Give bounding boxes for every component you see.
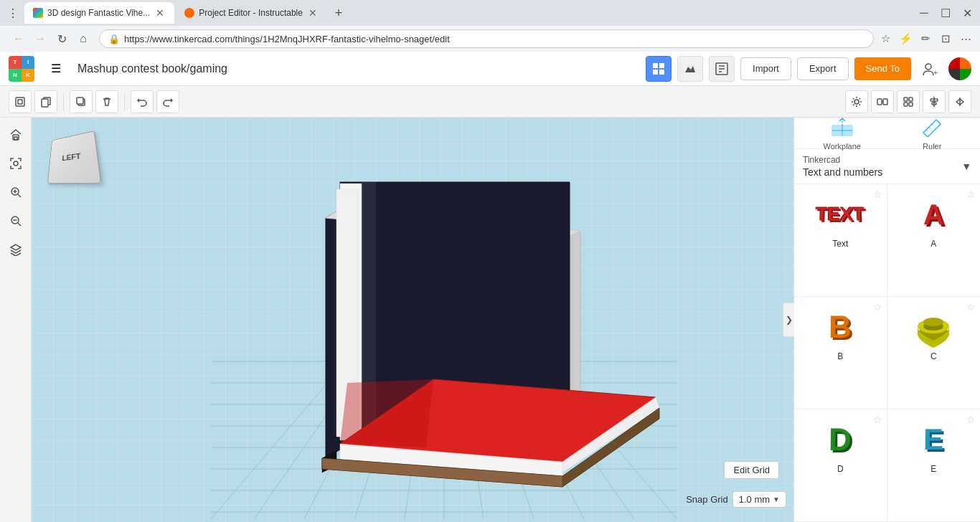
- shape-d-3d-label: D: [829, 422, 852, 457]
- zoom-out-button[interactable]: [4, 209, 27, 232]
- shape-d-star[interactable]: ☆: [873, 414, 882, 425]
- maximize-button[interactable]: ☐: [936, 3, 956, 23]
- snap-dropdown-arrow: ▼: [773, 495, 780, 503]
- logo-t: T: [9, 56, 22, 69]
- workplane-icon: [829, 118, 855, 141]
- shape-e-star[interactable]: ☆: [966, 414, 976, 425]
- shape-a-star[interactable]: ☆: [966, 189, 976, 200]
- redo-button[interactable]: [156, 90, 179, 113]
- send-to-button[interactable]: Send To: [854, 57, 911, 80]
- close-window-button[interactable]: ✕: [957, 3, 977, 23]
- svg-line-82: [932, 124, 933, 125]
- workplane-button[interactable]: Workplane: [800, 118, 885, 153]
- snap-value-container[interactable]: 1.0 mm ▼: [732, 491, 786, 508]
- pen-icon[interactable]: ✏: [917, 30, 934, 47]
- tab-close-instructables[interactable]: ✕: [307, 7, 319, 19]
- user-avatar[interactable]: [948, 57, 971, 80]
- svg-line-80: [926, 130, 928, 131]
- shape-a-label: A: [930, 239, 936, 249]
- shape-e[interactable]: ☆ E E: [887, 409, 981, 522]
- frame-button[interactable]: [9, 90, 32, 113]
- shape-a-3d-label: A: [923, 199, 944, 230]
- export-view-button[interactable]: [709, 56, 735, 82]
- svg-rect-21: [877, 99, 882, 105]
- import-button[interactable]: Import: [740, 57, 791, 80]
- logo-i: I: [22, 56, 34, 69]
- toolbar-right: [845, 90, 971, 113]
- grid-view-button[interactable]: [646, 56, 672, 82]
- shape-c-image: [905, 305, 962, 348]
- tab-close-tinkercad[interactable]: ✕: [154, 7, 166, 19]
- group-button[interactable]: [871, 90, 894, 113]
- svg-marker-70: [340, 379, 433, 447]
- shape-c[interactable]: ☆ C: [887, 297, 981, 409]
- new-tab-button[interactable]: +: [329, 3, 349, 23]
- refresh-button[interactable]: ↻: [52, 29, 72, 49]
- shape-text-3d-label: TEXT: [816, 204, 865, 226]
- layers-button[interactable]: [4, 238, 27, 261]
- undo-button[interactable]: [131, 90, 154, 113]
- shape-a-image: A: [905, 193, 962, 236]
- viewport[interactable]: LEFT: [32, 118, 793, 522]
- nav-icons: ← → ↻ ⌂: [6, 29, 96, 49]
- shape-b-star[interactable]: ☆: [873, 301, 882, 313]
- shape-b-label: B: [837, 351, 843, 361]
- ruler-button[interactable]: Ruler: [890, 118, 975, 153]
- svg-line-37: [18, 194, 21, 197]
- shape-b-image: B: [811, 305, 869, 348]
- cube-label: LEFT: [62, 152, 80, 163]
- svg-line-18: [859, 104, 861, 105]
- export-button[interactable]: Export: [797, 57, 849, 80]
- build-view-button[interactable]: [677, 56, 703, 82]
- tab-list-button[interactable]: ⋮: [3, 3, 23, 23]
- more-icon[interactable]: ⋯: [957, 30, 974, 47]
- tinkercad-logo[interactable]: T I N K: [9, 56, 34, 82]
- tab-instructables[interactable]: Project Editor - Instructable ✕: [176, 2, 327, 24]
- shape-d-image: D: [811, 418, 869, 461]
- url-bar[interactable]: 🔒 https://www.tinkercad.com/things/1H2Mn…: [99, 29, 874, 48]
- home-view-button[interactable]: [4, 123, 27, 146]
- menu-button[interactable]: ☰: [43, 56, 69, 82]
- toolbar-separator-2: [124, 93, 125, 110]
- home-button[interactable]: ⌂: [73, 29, 93, 49]
- svg-rect-7: [16, 98, 24, 106]
- delete-button[interactable]: [95, 90, 118, 113]
- forward-button[interactable]: →: [30, 29, 50, 49]
- svg-text:+: +: [933, 69, 938, 77]
- svg-rect-1: [659, 63, 664, 68]
- flip-button[interactable]: [948, 90, 971, 113]
- shape-text-star[interactable]: ☆: [873, 189, 882, 200]
- browser-action-icons: ☆ ⚡ ✏ ⊡ ⋯: [877, 30, 974, 47]
- shape-b[interactable]: ☆ B B: [794, 297, 887, 409]
- back-button[interactable]: ←: [9, 29, 29, 49]
- edit-grid-button[interactable]: Edit Grid: [724, 461, 779, 479]
- tab-tinkercad[interactable]: 3D design Fantastic Vihe... ✕: [24, 2, 174, 24]
- cast-icon[interactable]: ⊡: [937, 30, 954, 47]
- view-cube[interactable]: LEFT: [46, 132, 100, 186]
- shape-c-star[interactable]: ☆: [966, 301, 976, 313]
- ungroup-button[interactable]: [897, 90, 920, 113]
- category-selector[interactable]: Tinkercad Text and numbers ▼: [794, 149, 980, 184]
- copy-paste-button[interactable]: [34, 90, 57, 113]
- align-button[interactable]: [923, 90, 946, 113]
- zoom-in-button[interactable]: [4, 181, 27, 204]
- svg-rect-25: [904, 103, 908, 106]
- tab-favicon-tinkercad: [33, 8, 43, 18]
- snap-grid-value: 1.0 mm: [739, 494, 770, 505]
- light-button[interactable]: [845, 90, 868, 113]
- minimize-button[interactable]: ─: [914, 3, 934, 23]
- fit-view-button[interactable]: [4, 152, 27, 175]
- extensions-icon[interactable]: ⚡: [897, 30, 914, 47]
- add-user-button[interactable]: +: [917, 56, 943, 82]
- shape-a[interactable]: ☆ A A: [887, 184, 981, 297]
- duplicate-button[interactable]: [70, 90, 93, 113]
- panel-collapse-button[interactable]: ❯: [783, 303, 794, 337]
- 3d-scene: [211, 175, 677, 519]
- bookmark-icon[interactable]: ☆: [877, 30, 894, 47]
- svg-rect-9: [42, 99, 48, 107]
- svg-rect-11: [77, 98, 83, 104]
- shape-text[interactable]: ☆ TEXT Text: [794, 184, 887, 297]
- shape-d[interactable]: ☆ D D: [794, 409, 887, 522]
- main-area: LEFT: [0, 118, 980, 522]
- logo-n: N: [9, 69, 22, 82]
